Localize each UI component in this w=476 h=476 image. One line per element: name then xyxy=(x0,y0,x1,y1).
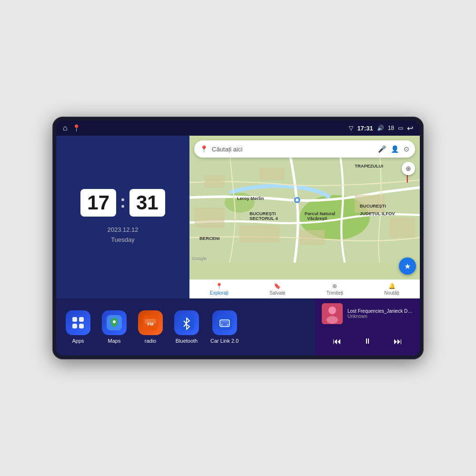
volume-icon: 🔊 xyxy=(377,125,384,131)
music-text: Lost Frequencies_Janieck Devy-... Unknow… xyxy=(347,308,413,319)
music-controls: ⏮ ⏸ ⏭ xyxy=(322,332,413,351)
signal-icon: ▽ xyxy=(349,125,353,131)
map-nav-share[interactable]: ⊕ Trimiteți xyxy=(327,283,343,296)
carlink-icon xyxy=(212,310,237,335)
clock-hours: 17 xyxy=(80,189,116,217)
location-button[interactable]: ⊕ xyxy=(402,162,415,175)
svg-rect-26 xyxy=(79,317,84,322)
clock-colon: : xyxy=(120,192,126,212)
svg-point-30 xyxy=(113,320,116,323)
top-section: 17 : 31 2023.12.12 Tuesday 📍 Căutați aic… xyxy=(56,136,420,298)
news-label: Noutăți xyxy=(384,290,399,296)
battery-icon: ▭ xyxy=(398,125,403,131)
svg-rect-8 xyxy=(205,175,225,188)
clock-minutes: 31 xyxy=(129,189,165,217)
svg-text:Leroy Merlin: Leroy Merlin xyxy=(237,196,264,201)
svg-text:TRAPEZULUI: TRAPEZULUI xyxy=(355,163,383,169)
svg-rect-4 xyxy=(239,225,279,243)
status-left: ⌂ 📍 xyxy=(63,124,80,132)
svg-rect-9 xyxy=(259,168,285,180)
music-artist: Unknown xyxy=(347,314,413,319)
radio-icon: FM xyxy=(138,310,163,335)
svg-text:JUDEȚUL ILFOV: JUDEȚUL ILFOV xyxy=(360,211,396,216)
svg-point-41 xyxy=(327,316,338,324)
device: ⌂ 📍 ▽ 17:31 🔊 18 ▭ ↩ 17 : xyxy=(52,117,424,359)
carlink-label: Car Link 2.0 xyxy=(210,338,238,344)
explore-icon: 📍 xyxy=(216,283,223,289)
svg-rect-36 xyxy=(220,320,229,327)
home-nav-icon[interactable]: ⌂ xyxy=(63,124,68,132)
maps-label: Maps xyxy=(108,338,121,344)
map-search-bar[interactable]: 📍 Căutați aici 🎤 👤 ⊙ xyxy=(194,140,415,158)
app-item-apps[interactable]: Apps xyxy=(66,310,90,344)
map-pin-icon: 📍 xyxy=(200,145,208,153)
svg-rect-33 xyxy=(145,319,156,324)
saved-icon: 🔖 xyxy=(274,283,281,289)
app-item-carlink[interactable]: Car Link 2.0 xyxy=(210,310,238,344)
mic-icon[interactable]: 🎤 xyxy=(378,145,386,153)
directions-icon: ★ xyxy=(404,262,411,271)
share-icon: ⊕ xyxy=(332,283,337,289)
map-bottom-nav: 📍 Explorați 🔖 Salvate ⊕ Trimiteți 🔔 xyxy=(189,279,420,298)
map-panel[interactable]: 📍 Căutați aici 🎤 👤 ⊙ xyxy=(189,136,420,298)
svg-rect-27 xyxy=(72,324,77,328)
maps-nav-icon[interactable]: 📍 xyxy=(72,124,80,132)
svg-text:SECTORUL 4: SECTORUL 4 xyxy=(249,216,278,221)
app-item-maps[interactable]: Maps xyxy=(102,310,127,344)
svg-rect-7 xyxy=(390,218,415,238)
svg-rect-3 xyxy=(195,208,225,228)
svg-text:BERCENI: BERCENI xyxy=(199,236,220,241)
svg-rect-25 xyxy=(72,317,77,322)
apps-section: Apps Maps xyxy=(56,298,315,356)
svg-point-37 xyxy=(221,324,223,326)
bottom-section: Apps Maps xyxy=(56,298,420,356)
clock-panel: 17 : 31 2023.12.12 Tuesday xyxy=(56,136,189,298)
share-label: Trimiteți xyxy=(327,290,343,296)
clock-display: 17 : 31 xyxy=(80,189,165,217)
battery-level: 18 xyxy=(388,125,394,131)
screen: ⌂ 📍 ▽ 17:31 🔊 18 ▭ ↩ 17 : xyxy=(56,120,420,356)
svg-text:BUCUREȘTI: BUCUREȘTI xyxy=(249,211,276,216)
map-search-icons: 🎤 👤 ⊙ xyxy=(378,145,409,153)
app-item-radio[interactable]: FM radio xyxy=(138,310,163,344)
saved-label: Salvate xyxy=(269,290,285,296)
maps-app-icon xyxy=(102,310,127,335)
app-item-bluetooth[interactable]: Bluetooth xyxy=(174,310,199,344)
svg-point-38 xyxy=(227,324,228,326)
music-info: Lost Frequencies_Janieck Devy-... Unknow… xyxy=(322,303,413,324)
svg-text:Văcărești: Văcărești xyxy=(307,216,327,221)
next-button[interactable]: ⏭ xyxy=(390,334,406,349)
prev-button[interactable]: ⏮ xyxy=(329,334,345,349)
svg-rect-5 xyxy=(299,230,325,245)
music-thumbnail xyxy=(322,303,343,324)
svg-point-21 xyxy=(296,198,298,201)
svg-text:Parcul Natural: Parcul Natural xyxy=(305,211,335,216)
svg-text:BUCUREȘTI: BUCUREȘTI xyxy=(360,203,386,208)
play-pause-button[interactable]: ⏸ xyxy=(360,334,375,349)
clock-date: 2023.12.12 Tuesday xyxy=(107,225,138,245)
radio-label: radio xyxy=(145,338,156,344)
music-title: Lost Frequencies_Janieck Devy-... xyxy=(347,308,413,314)
news-icon: 🔔 xyxy=(388,283,396,289)
apps-label: Apps xyxy=(72,338,84,344)
svg-text:Google: Google xyxy=(192,256,206,261)
map-search-text[interactable]: Căutați aici xyxy=(212,146,374,153)
apps-icon xyxy=(66,310,90,335)
main-content: 17 : 31 2023.12.12 Tuesday 📍 Căutați aic… xyxy=(56,136,420,356)
svg-point-40 xyxy=(328,307,336,314)
music-panel: Lost Frequencies_Janieck Devy-... Unknow… xyxy=(315,298,420,356)
map-nav-explore[interactable]: 📍 Explorați xyxy=(210,283,228,296)
directions-fab-button[interactable]: ★ xyxy=(399,258,416,275)
bluetooth-icon xyxy=(174,310,199,335)
status-bar: ⌂ 📍 ▽ 17:31 🔊 18 ▭ ↩ xyxy=(56,120,420,136)
bluetooth-label: Bluetooth xyxy=(176,338,198,344)
svg-rect-28 xyxy=(79,324,84,328)
account-icon[interactable]: 👤 xyxy=(391,145,399,153)
crosshair-icon: ⊕ xyxy=(406,165,411,172)
explore-label: Explorați xyxy=(210,290,228,296)
map-nav-news[interactable]: 🔔 Noutăți xyxy=(384,283,399,296)
layers-icon[interactable]: ⊙ xyxy=(404,145,409,153)
back-button[interactable]: ↩ xyxy=(407,124,413,133)
status-time: 17:31 xyxy=(357,125,373,132)
map-nav-saved[interactable]: 🔖 Salvate xyxy=(269,283,285,296)
